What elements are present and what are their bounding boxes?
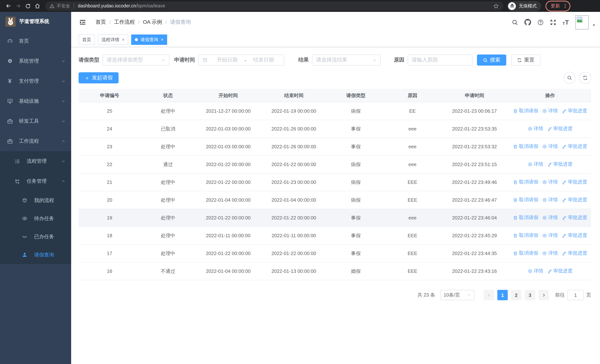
page-button-1[interactable]: 1	[497, 290, 508, 300]
sidebar-item-payment[interactable]: ¥ 支付管理	[0, 71, 71, 91]
view-detail-icon	[542, 180, 547, 185]
sidebar-item-label: 系统管理	[19, 58, 39, 65]
sidebar-item-workflow[interactable]: 工作流程	[0, 131, 71, 151]
search-button[interactable]: 搜索	[477, 55, 506, 65]
cancel-leave-link[interactable]: 取消请假	[513, 215, 538, 221]
font-size-icon[interactable]: TT	[562, 19, 569, 25]
approval-progress-link[interactable]: 审批进度	[547, 161, 572, 168]
breadcrumb-item[interactable]: 首页	[96, 19, 106, 26]
approval-progress-link[interactable]: 审批进度	[562, 215, 587, 221]
approval-progress-link[interactable]: 审批进度	[562, 108, 587, 114]
cancel-leave-link[interactable]: 取消请假	[513, 232, 538, 239]
browser-update-button[interactable]: 更新	[545, 0, 570, 11]
plus-icon: ＋	[84, 75, 90, 80]
view-detail-link[interactable]: 详情	[542, 179, 558, 186]
sidebar-item-my-process[interactable]: 我的流程	[0, 191, 71, 209]
approval-progress-link[interactable]: 审批进度	[562, 143, 587, 150]
cancel-leave-link[interactable]: 取消请假	[513, 197, 538, 203]
view-detail-link[interactable]: 详情	[542, 108, 558, 114]
tab-home[interactable]: 首页	[79, 35, 95, 45]
create-leave-button[interactable]: ＋ 发起请假	[79, 72, 119, 84]
view-detail-link[interactable]: 详情	[542, 250, 558, 257]
page-size-select[interactable]: 10条/页	[440, 290, 474, 300]
sidebar-item-devtools[interactable]: 研发工具	[0, 111, 71, 131]
browser-reload-icon[interactable]	[23, 1, 33, 11]
sidebar-item-leave-query[interactable]: 请假查询	[0, 246, 71, 264]
view-detail-link[interactable]: 详情	[528, 161, 543, 168]
sidebar-item-done-tasks[interactable]: 已办任务	[0, 228, 71, 246]
approval-progress-link[interactable]: 审批进度	[562, 197, 587, 203]
bookmark-star-icon[interactable]	[493, 3, 499, 9]
sidebar-item-process-management[interactable]: 流程管理	[0, 151, 71, 171]
toggle-search-button[interactable]	[564, 72, 576, 84]
browser-home-icon[interactable]	[33, 1, 42, 11]
reason-input[interactable]: 请输入原因	[408, 55, 472, 65]
close-icon[interactable]: ×	[161, 37, 163, 42]
page-button-2[interactable]: 2	[511, 290, 521, 300]
avatar-caret-icon[interactable]: ▾	[593, 23, 595, 27]
avatar[interactable]	[575, 15, 589, 29]
view-detail-link[interactable]: 详情	[542, 143, 558, 150]
github-icon[interactable]	[525, 19, 531, 26]
reset-button[interactable]: 重置	[511, 55, 540, 65]
sidebar-item-todo-tasks[interactable]: 待办任务	[0, 209, 71, 228]
approval-progress-icon	[547, 126, 552, 131]
search-icon	[483, 58, 488, 63]
address-bar[interactable]: 不安全 dashboard.yudao.iocoder.cn/bpm/oa/le…	[45, 1, 503, 10]
sidebar-item-task-management[interactable]: 任务管理	[0, 171, 71, 191]
approval-progress-link[interactable]: 审批进度	[562, 179, 587, 186]
table-cell: 2022-01-22 00:00:00	[196, 244, 261, 262]
view-detail-link[interactable]: 详情	[542, 232, 558, 239]
table-cell: 2022-01-23 00:06:17	[440, 102, 509, 120]
table-cell: EEE	[385, 173, 440, 191]
cancel-leave-link[interactable]: 取消请假	[513, 250, 538, 257]
cancel-leave-link[interactable]: 取消请假	[513, 179, 538, 186]
tab-leave-query[interactable]: 请假查询 ×	[131, 35, 167, 45]
browser-forward-icon[interactable]	[13, 1, 23, 11]
view-detail-link[interactable]: 详情	[542, 215, 558, 221]
approval-progress-link[interactable]: 审批进度	[547, 125, 572, 132]
page-button-3[interactable]: 3	[525, 290, 535, 300]
leave-type-select[interactable]: 请选择请假类型	[103, 55, 169, 65]
cancel-leave-link[interactable]: 取消请假	[513, 108, 538, 114]
not-secure-warning[interactable]: 不安全	[50, 3, 70, 9]
next-page-button[interactable]	[538, 290, 549, 300]
sidebar-item-label: 待办任务	[34, 215, 54, 222]
view-detail-link[interactable]: 详情	[542, 197, 558, 203]
breadcrumb-item[interactable]: OA 示例	[143, 19, 162, 26]
app-logo[interactable]: 芋道管理系统	[0, 12, 71, 31]
fullscreen-icon[interactable]	[550, 19, 556, 25]
approval-progress-link[interactable]: 审批进度	[547, 268, 572, 274]
sidebar-fold-icon[interactable]	[79, 19, 86, 26]
refresh-table-button[interactable]	[579, 72, 591, 84]
browser-back-icon[interactable]	[4, 1, 13, 11]
approval-progress-link[interactable]: 审批进度	[562, 232, 587, 239]
action-label: 审批进度	[553, 161, 572, 168]
date-start-placeholder: 开始日期	[210, 57, 244, 63]
kebab-menu-icon[interactable]	[562, 3, 568, 9]
table-cell: EE	[385, 102, 440, 120]
row-actions: 取消请假详情审批进度	[509, 191, 591, 209]
chevron-down-icon	[62, 79, 65, 83]
goto-page-input[interactable]	[567, 290, 584, 300]
apply-time-range-picker[interactable]: 开始日期 - 结束日期	[198, 55, 284, 65]
cancel-leave-link[interactable]: 取消请假	[513, 143, 538, 150]
close-icon[interactable]: ×	[122, 37, 124, 42]
help-icon[interactable]	[537, 19, 544, 25]
sidebar-item-home[interactable]: 首页	[0, 31, 71, 51]
url-host: dashboard.yudao.iocoder.cn	[78, 3, 136, 9]
col-header-actions: 操作	[509, 89, 591, 102]
tab-process-detail[interactable]: 流程详情 ×	[98, 35, 128, 45]
sidebar-item-label: 请假查询	[34, 252, 54, 258]
prev-page-button[interactable]	[484, 290, 494, 300]
sidebar-item-infrastructure[interactable]: 基础设施	[0, 91, 71, 111]
row-actions: 取消请假详情审批进度	[509, 173, 591, 191]
search-icon[interactable]	[512, 19, 518, 25]
sidebar-item-system[interactable]: 系统管理	[0, 51, 71, 71]
view-detail-link[interactable]: 详情	[528, 125, 543, 132]
view-detail-link[interactable]: 详情	[528, 268, 543, 274]
pagination: 共 23 条 10条/页 1 2 3	[79, 290, 591, 300]
breadcrumb-item[interactable]: 工作流程	[114, 19, 135, 26]
approval-progress-link[interactable]: 审批进度	[562, 250, 587, 257]
result-select[interactable]: 请选择流结果	[312, 55, 381, 65]
